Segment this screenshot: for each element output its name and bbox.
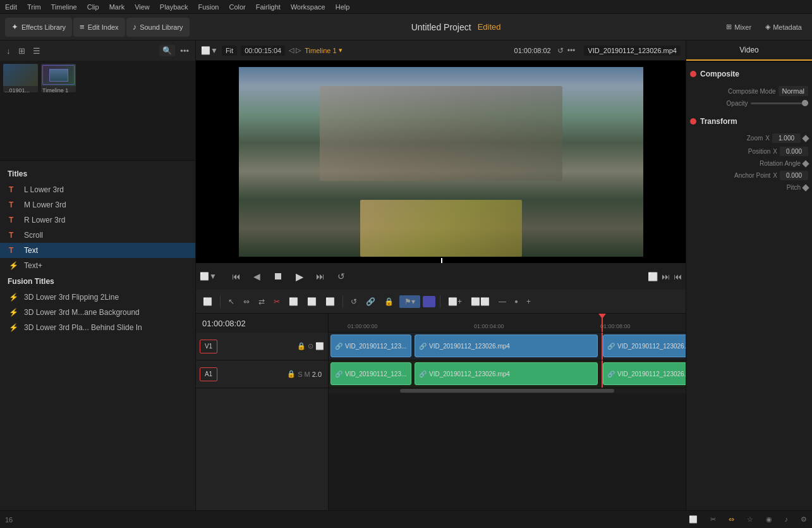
prev-frame-button[interactable]: ◀ — [251, 269, 263, 284]
skip-to-end-button[interactable]: ⏭ — [313, 269, 327, 284]
menu-edit[interactable]: Edit — [5, 3, 17, 11]
zoom-value[interactable]: 1.000 — [772, 133, 801, 143]
media-grid: ...01901... Timeline 1 — [0, 61, 195, 95]
composite-mode-value[interactable]: Normal — [779, 86, 808, 96]
timeline-scrollbar[interactable] — [329, 388, 686, 393]
workspace-tab-cut[interactable]: ✂ — [710, 515, 716, 524]
menu-help[interactable]: Help — [336, 3, 350, 11]
effect-r-lower-3rd[interactable]: T R Lower 3rd — [0, 212, 195, 228]
fullscreen-button[interactable]: ⬜ — [648, 272, 658, 281]
menu-timeline[interactable]: Timeline — [51, 3, 77, 11]
menu-trim[interactable]: Trim — [27, 3, 41, 11]
sort-button[interactable]: ↓ — [4, 45, 13, 57]
trim-tool-button[interactable]: ⇔ — [240, 295, 253, 308]
zoom-in-button[interactable]: ⬜+ — [445, 295, 465, 308]
timecode-in-display[interactable]: 00:00:15:04 — [241, 46, 285, 56]
pitch-keyframe[interactable] — [802, 184, 809, 191]
effect-text[interactable]: T Text — [0, 243, 195, 258]
link-button[interactable]: 🔗 — [363, 295, 379, 308]
effect-scroll[interactable]: T Scroll — [0, 228, 195, 243]
timeline-label[interactable]: Timeline 1 ▾ — [305, 46, 342, 54]
menu-mark[interactable]: Mark — [109, 3, 124, 11]
fusion-effect-1[interactable]: ⚡ 3D Lower 3rd Flipping 2Line — [0, 290, 195, 305]
zoom-out-button[interactable]: — — [495, 295, 509, 308]
workspace-tab-fairlight[interactable]: ♪ — [785, 515, 789, 524]
menu-fairlight[interactable]: Fairlight — [256, 3, 281, 11]
color-button[interactable] — [423, 296, 435, 307]
media-thumb-1[interactable]: ...01901... — [3, 64, 38, 92]
metadata-button[interactable]: ◈ Metadata — [760, 20, 807, 34]
lock-button[interactable]: 🔒 — [381, 295, 397, 308]
flag-button[interactable]: ⚑▾ — [399, 295, 420, 308]
fit-dropdown[interactable]: Fit — [222, 46, 237, 56]
copy-tool-button[interactable]: ⬜ — [286, 295, 301, 308]
monitor-icon[interactable]: ⬜ — [315, 342, 324, 350]
audio-clip-1[interactable]: 🔗 VID_20190112_123... — [330, 362, 411, 385]
track-view-button[interactable]: ⬜ — [322, 295, 338, 308]
next-clip-button[interactable]: ⏭ — [662, 272, 670, 281]
timecode-sync-icon[interactable]: ↺ — [557, 46, 564, 55]
list-view-button[interactable]: ☰ — [30, 45, 43, 57]
workspace-tab-fusion[interactable]: ☆ — [747, 515, 753, 524]
video-clip-1[interactable]: 🔗 VID_20190112_123... — [330, 335, 411, 357]
loop-button[interactable]: ↺ — [335, 269, 348, 284]
skip-to-start-button[interactable]: ⏮ — [229, 269, 243, 284]
effect-text-plus[interactable]: ⚡ Text+ — [0, 258, 195, 273]
viewer-icon[interactable]: ⊙ — [308, 342, 313, 350]
opacity-slider[interactable] — [751, 102, 809, 104]
menu-workspace[interactable]: Workspace — [291, 3, 325, 11]
dynamic-trim-button[interactable]: ⇄ — [255, 295, 268, 308]
menu-color[interactable]: Color — [229, 3, 245, 11]
more-options-icon[interactable]: ••• — [567, 46, 576, 55]
lock-track-icon[interactable]: 🔒 — [297, 342, 306, 350]
effect-l-lower-3rd[interactable]: T L Lower 3rd — [0, 182, 195, 197]
zoom-fit-button[interactable]: ⬜⬜ — [468, 295, 493, 308]
media-thumb-2[interactable]: Timeline 1 — [41, 64, 76, 92]
menu-view[interactable]: View — [135, 3, 150, 11]
audio-clip-2[interactable]: 🔗 VID_20190112_123026.mp4 — [415, 362, 598, 385]
stop-button[interactable]: ⏹ — [270, 268, 286, 285]
tab-video[interactable]: Video — [686, 40, 812, 61]
workspace-tab-color[interactable]: ◉ — [766, 515, 772, 524]
effects-library-button[interactable]: ✦ Effects Library — [5, 18, 72, 37]
fusion-effect-3[interactable]: ⚡ 3D Lower 3rd Pla... Behind Slide In — [0, 320, 195, 335]
workspace-tab-deliver[interactable]: ⚙ — [801, 515, 807, 524]
end-button[interactable]: ⏮ — [674, 272, 682, 281]
timeline-scrollbar-thumb[interactable] — [400, 389, 614, 393]
zoom-keyframe[interactable] — [802, 135, 809, 142]
menu-fusion[interactable]: Fusion — [198, 3, 219, 11]
more-options-button[interactable]: ••• — [178, 45, 191, 57]
lightning-icon: ⚡ — [9, 323, 19, 332]
position-value[interactable]: 0.000 — [780, 147, 808, 156]
video-clip-3[interactable]: 🔗 VID_20190112_123026.mp4 — [603, 335, 686, 357]
razor-button[interactable]: ✂ — [270, 295, 283, 308]
anchor-x-axis: X — [773, 172, 777, 179]
grid-view-button[interactable]: ⊞ — [16, 45, 28, 57]
select-tool-button[interactable]: ↖ — [225, 295, 238, 308]
add-track-button[interactable]: + — [523, 295, 534, 308]
rotation-keyframe[interactable] — [802, 160, 809, 167]
view-toggle-icon[interactable]: ⬜▼ — [201, 46, 218, 55]
edit-index-button[interactable]: ≡ Edit Index — [73, 18, 125, 37]
anchor-value[interactable]: 0.000 — [780, 171, 808, 180]
media-thumb-1-label: ...01901... — [3, 86, 38, 92]
solo-icon[interactable]: S — [298, 371, 302, 378]
workspace-tab-media[interactable]: ⬜ — [689, 515, 698, 524]
view-type-button[interactable]: ⬜▼ — [200, 272, 217, 281]
fusion-effect-2[interactable]: ⚡ 3D Lower 3rd M...ane Background — [0, 305, 195, 320]
transform-button[interactable]: ⬜ — [304, 295, 320, 308]
effect-m-lower-3rd[interactable]: T M Lower 3rd — [0, 197, 195, 212]
menu-playback[interactable]: Playback — [160, 3, 188, 11]
play-button[interactable]: ▶ — [293, 268, 306, 285]
search-box[interactable]: 🔍 — [159, 45, 175, 56]
sound-library-button[interactable]: ♪ Sound Library — [126, 18, 190, 37]
timeline-options-button[interactable]: ⬜ — [200, 295, 215, 308]
workspace-tab-edit[interactable]: ⇔ — [729, 515, 734, 524]
menu-clip[interactable]: Clip — [87, 3, 99, 11]
lock-audio-track-icon[interactable]: 🔒 — [287, 370, 296, 378]
mixer-button[interactable]: ⊞ Mixer — [721, 20, 756, 34]
video-clip-2[interactable]: 🔗 VID_20190112_123026.mp4 — [415, 335, 598, 357]
loop-icon[interactable]: ↺ — [348, 295, 360, 308]
audio-clip-3[interactable]: 🔗 VID_20190112_123026.mp4 — [603, 362, 686, 385]
mute-icon[interactable]: M — [305, 371, 310, 378]
